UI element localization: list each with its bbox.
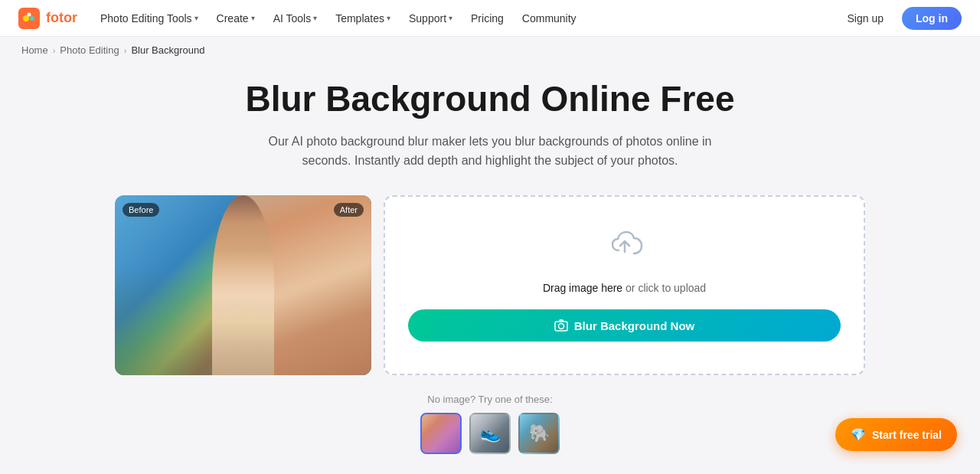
chevron-down-icon: ▾ [194, 14, 198, 22]
logo-text: fotor [46, 10, 77, 26]
sample-image-woman[interactable] [420, 413, 462, 454]
chevron-down-icon: ▾ [387, 14, 390, 22]
nav-templates[interactable]: Templates ▾ [328, 8, 398, 29]
navbar: fotor Photo Editing Tools ▾ Create ▾ AI … [0, 0, 980, 37]
nav-pricing[interactable]: Pricing [463, 8, 511, 29]
upload-instruction: Drag image here or click to upload [543, 282, 706, 294]
chevron-down-icon: ▾ [313, 14, 317, 22]
upload-cloud-icon [605, 229, 645, 270]
upload-area[interactable]: Drag image here or click to upload Blur … [384, 195, 865, 375]
before-label: Before [122, 203, 159, 217]
log-in-button[interactable]: Log in [902, 7, 962, 30]
svg-point-2 [30, 16, 34, 21]
hero-description: Our AI photo background blur maker lets … [260, 132, 720, 171]
sample-section: No image? Try one of these: 👟 🐘 [0, 394, 980, 454]
hero-title: Blur Background Online Free [0, 79, 980, 119]
camera-icon [554, 319, 568, 332]
nav-photo-editing-tools[interactable]: Photo Editing Tools ▾ [93, 8, 206, 29]
breadcrumb-current: Blur Background [131, 44, 204, 56]
nav-create[interactable]: Create ▾ [209, 8, 263, 29]
after-label: After [334, 203, 364, 217]
svg-point-5 [558, 324, 564, 329]
main-content: Blur Background Online Free Our AI photo… [0, 64, 980, 474]
chevron-right-icon: › [124, 46, 127, 55]
sign-up-button[interactable]: Sign up [838, 8, 893, 29]
chevron-right-icon: › [53, 46, 56, 55]
chevron-down-icon: ▾ [251, 14, 255, 22]
sample-images: 👟 🐘 [0, 413, 980, 454]
nav-support[interactable]: Support ▾ [401, 8, 460, 29]
svg-point-3 [28, 12, 31, 16]
person-figure [212, 195, 273, 375]
blur-background-button[interactable]: Blur Background Now [408, 309, 841, 342]
comparison-slider[interactable]: Before After ⇔ [115, 195, 371, 375]
sample-label: No image? Try one of these: [0, 394, 980, 405]
logo[interactable]: fotor [18, 8, 77, 29]
sample-image-elephant[interactable]: 🐘 [518, 413, 560, 454]
sample-image-shoes[interactable]: 👟 [469, 413, 511, 454]
breadcrumb-photo-editing[interactable]: Photo Editing [60, 44, 119, 56]
breadcrumb: Home › Photo Editing › Blur Background [0, 37, 980, 64]
demo-area: Before After ⇔ Drag image here or click … [115, 195, 865, 375]
svg-point-1 [23, 15, 29, 21]
nav-community[interactable]: Community [514, 8, 584, 29]
nav-right: Sign up Log in [838, 7, 962, 30]
nav-items: Photo Editing Tools ▾ Create ▾ AI Tools … [93, 8, 838, 29]
nav-ai-tools[interactable]: AI Tools ▾ [266, 8, 325, 29]
fotor-logo-icon [18, 8, 40, 29]
diamond-icon: 💎 [851, 427, 866, 442]
start-free-trial-button[interactable]: 💎 Start free trial [835, 418, 957, 451]
breadcrumb-home[interactable]: Home [21, 44, 48, 56]
chevron-down-icon: ▾ [449, 14, 452, 22]
